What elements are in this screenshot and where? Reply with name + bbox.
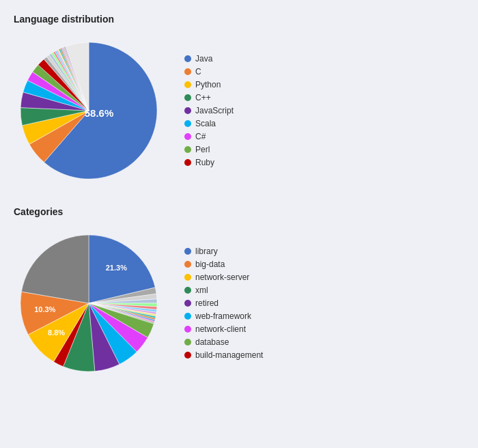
legend-item: C — [184, 67, 234, 76]
categories-title: Categories — [14, 206, 464, 217]
legend-item: C# — [184, 132, 234, 141]
legend-dot — [184, 352, 191, 359]
legend-label: C — [195, 67, 201, 76]
legend-label: retired — [195, 298, 219, 308]
legend-item: library — [184, 247, 263, 256]
legend-item: Ruby — [184, 158, 234, 167]
language-legend: JavaCPythonC++JavaScriptScalaC#PerlRuby — [184, 54, 234, 167]
legend-dot — [184, 159, 191, 166]
categories-legend: librarybig-datanetwork-serverxmlretiredw… — [184, 247, 263, 360]
categories-pie-container: 21.3%8.8%10.3% — [14, 228, 164, 378]
language-pie-container: 58.6% — [14, 36, 164, 186]
legend-dot — [184, 107, 191, 114]
legend-item: Python — [184, 80, 234, 89]
legend-dot — [184, 261, 191, 268]
svg-text:10.3%: 10.3% — [34, 305, 55, 313]
legend-item: Java — [184, 54, 234, 64]
legend-dot — [184, 133, 191, 140]
legend-label: network-server — [195, 272, 249, 282]
legend-label: Java — [195, 54, 212, 64]
legend-label: Perl — [195, 145, 210, 154]
legend-dot — [184, 120, 191, 127]
legend-label: big-data — [195, 260, 225, 269]
legend-dot — [184, 146, 191, 153]
legend-item: JavaScript — [184, 106, 234, 115]
legend-dot — [184, 81, 191, 88]
legend-dot — [184, 287, 191, 294]
legend-label: C# — [195, 132, 206, 141]
legend-label: C++ — [195, 93, 211, 102]
legend-label: library — [195, 247, 218, 256]
legend-label: web-framework — [195, 311, 251, 321]
legend-dot — [184, 313, 191, 320]
legend-item: network-server — [184, 272, 263, 282]
legend-label: network-client — [195, 324, 246, 334]
legend-item: web-framework — [184, 311, 263, 321]
legend-dot — [184, 94, 191, 101]
legend-label: Ruby — [195, 158, 214, 167]
categories-section: Categories 21.3%8.8%10.3% librarybig-dat… — [14, 206, 464, 378]
legend-item: database — [184, 337, 263, 347]
legend-dot — [184, 68, 191, 75]
legend-label: JavaScript — [195, 106, 234, 115]
legend-item: network-client — [184, 324, 263, 334]
legend-dot — [184, 339, 191, 346]
legend-item: Scala — [184, 119, 234, 128]
svg-text:8.8%: 8.8% — [48, 328, 65, 337]
legend-label: database — [195, 337, 229, 347]
legend-item: retired — [184, 298, 263, 308]
legend-item: Perl — [184, 145, 234, 154]
legend-dot — [184, 326, 191, 333]
legend-item: C++ — [184, 93, 234, 102]
language-distribution-section: Language distribution 58.6% JavaCPythonC… — [14, 14, 464, 186]
legend-dot — [184, 300, 191, 307]
legend-label: Python — [195, 80, 221, 89]
legend-dot — [184, 274, 191, 281]
legend-dot — [184, 248, 191, 255]
legend-label: Scala — [195, 119, 216, 128]
legend-label: build-management — [195, 350, 263, 360]
legend-dot — [184, 55, 191, 62]
legend-item: big-data — [184, 260, 263, 269]
legend-item: build-management — [184, 350, 263, 360]
svg-text:58.6%: 58.6% — [85, 107, 114, 119]
legend-label: xml — [195, 285, 208, 295]
svg-text:21.3%: 21.3% — [106, 264, 127, 272]
legend-item: xml — [184, 285, 263, 295]
language-distribution-title: Language distribution — [14, 14, 464, 25]
